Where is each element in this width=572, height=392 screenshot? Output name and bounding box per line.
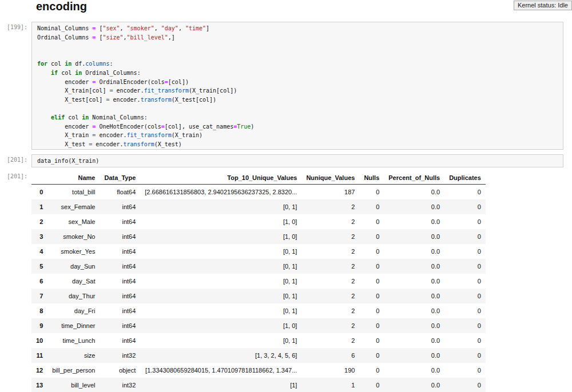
table-cell: [1, 0] xyxy=(140,214,301,229)
table-cell: [1, 3, 2, 4, 5, 6] xyxy=(140,348,301,363)
code-token: Nominal_Columns xyxy=(37,25,92,31)
dataframe-header-row: NameData_TypeTop_10_Unique_ValuesNunique… xyxy=(31,171,486,185)
code-token: "smoker" xyxy=(127,25,154,31)
index-column-header xyxy=(31,171,47,185)
code-token: X_test[col] xyxy=(37,97,106,103)
table-cell: 2 xyxy=(301,229,359,244)
table-cell: size xyxy=(47,348,100,363)
code-token: ) xyxy=(251,123,254,130)
column-header: Percent_of_Nulls xyxy=(384,171,444,185)
code-token: "sex" xyxy=(102,25,120,31)
table-cell: 0 xyxy=(359,363,384,378)
code-token: "day" xyxy=(161,25,178,31)
table-cell: object xyxy=(100,363,140,378)
table-cell: 2 xyxy=(301,274,359,289)
table-cell: time_Dinner xyxy=(47,318,100,333)
code-editor[interactable]: Nominal_Columns = ["sex", "smoker", "day… xyxy=(32,22,563,150)
table-cell: 0 xyxy=(444,333,486,348)
table-cell: [0, 1] xyxy=(140,333,301,348)
table-cell: 0 xyxy=(444,274,486,289)
table-cell: [0, 1] xyxy=(140,244,301,259)
code-token: for xyxy=(37,61,47,67)
table-cell: time_Lunch xyxy=(47,333,100,348)
code-token: df. xyxy=(72,61,85,67)
table-cell: [0, 1] xyxy=(140,274,301,289)
table-cell: 2 xyxy=(301,259,359,274)
table-cell: smoker_Yes xyxy=(47,244,100,259)
row-index: 8 xyxy=(31,303,47,318)
table-cell: 0 xyxy=(359,378,384,392)
table-cell: day_Fri xyxy=(47,303,100,318)
table-cell: 0.0 xyxy=(384,303,444,318)
table-cell: [0, 1] xyxy=(140,289,301,303)
table-row: 5day_Sunint64[0, 1]200.00 xyxy=(31,259,486,274)
code-token: Ordinal_Columns: xyxy=(82,70,140,76)
dataframe-body: 0total_billfloat64[2.668616131856803, 2.… xyxy=(31,185,486,392)
table-cell: 2 xyxy=(301,303,359,318)
table-cell: 0 xyxy=(359,244,384,259)
code-token: in xyxy=(82,114,89,121)
table-cell: int64 xyxy=(100,214,140,229)
code-token: col xyxy=(58,70,75,76)
table-row: 1sex_Femaleint64[0, 1]200.00 xyxy=(31,199,486,214)
table-cell: [1] xyxy=(140,378,301,392)
row-index: 9 xyxy=(31,318,47,333)
code-token: (X_test) xyxy=(154,141,182,147)
code-editor[interactable]: data_info(X_train) xyxy=(32,155,563,167)
code-token: encoder. xyxy=(96,132,126,138)
table-cell: int64 xyxy=(100,274,140,289)
table-cell: 0 xyxy=(359,303,384,318)
code-token: ,] xyxy=(168,34,175,41)
table-cell: 0 xyxy=(444,289,486,303)
code-cell[interactable]: Nominal_Columns = ["sex", "smoker", "day… xyxy=(31,22,563,150)
table-cell: 1 xyxy=(301,378,359,392)
column-header: Nunique_Values xyxy=(301,171,359,185)
code-token: "bill_level" xyxy=(127,34,168,41)
code-token: col xyxy=(65,114,82,121)
table-cell: 0 xyxy=(359,318,384,333)
code-token xyxy=(37,70,51,76)
table-cell: float64 xyxy=(100,185,140,200)
table-cell: int64 xyxy=(100,333,140,348)
table-cell: 0 xyxy=(359,229,384,244)
row-index: 11 xyxy=(31,348,47,363)
table-cell: int64 xyxy=(100,259,140,274)
code-token: "size" xyxy=(102,34,123,41)
table-row: 2sex_Maleint64[1, 0]200.00 xyxy=(31,214,486,229)
table-cell: 0.0 xyxy=(384,289,444,303)
table-cell: 0.0 xyxy=(384,185,444,200)
table-cell: day_Thur xyxy=(47,289,100,303)
row-index: 13 xyxy=(31,378,47,392)
code-token: , xyxy=(120,25,127,31)
code-token: fit_transform xyxy=(127,132,172,138)
table-cell: int64 xyxy=(100,303,140,318)
table-cell: 0 xyxy=(359,214,384,229)
code-token: if xyxy=(51,70,58,76)
table-cell: 2 xyxy=(301,214,359,229)
table-cell: 0.0 xyxy=(384,214,444,229)
dataframe-table: NameData_TypeTop_10_Unique_ValuesNunique… xyxy=(31,171,486,392)
table-cell: 0 xyxy=(359,199,384,214)
code-token: X_train xyxy=(37,132,92,138)
code-token: fit_transform xyxy=(144,87,189,94)
page-title: encoding xyxy=(36,0,87,14)
table-row: 0total_billfloat64[2.668616131856803, 2.… xyxy=(31,185,486,200)
table-cell: 0 xyxy=(444,199,486,214)
code-token: [col]) xyxy=(168,79,189,85)
table-cell: 0 xyxy=(444,185,486,200)
code-token: True xyxy=(237,123,251,130)
code-token: ] xyxy=(206,25,209,31)
code-token: : xyxy=(109,61,113,67)
table-cell: 6 xyxy=(301,348,359,363)
table-cell: int64 xyxy=(100,318,140,333)
table-cell: int64 xyxy=(100,289,140,303)
table-cell: 0.0 xyxy=(384,333,444,348)
code-token: X_test xyxy=(37,141,89,147)
cell-input-prompt: [201]: xyxy=(0,156,27,163)
kernel-status-badge: Kernel status: Idle xyxy=(514,1,572,10)
code-token: col xyxy=(47,61,65,67)
code-token: transform xyxy=(141,97,172,103)
row-index: 2 xyxy=(31,214,47,229)
code-cell[interactable]: data_info(X_train) xyxy=(31,154,563,167)
table-cell: 2 xyxy=(301,333,359,348)
